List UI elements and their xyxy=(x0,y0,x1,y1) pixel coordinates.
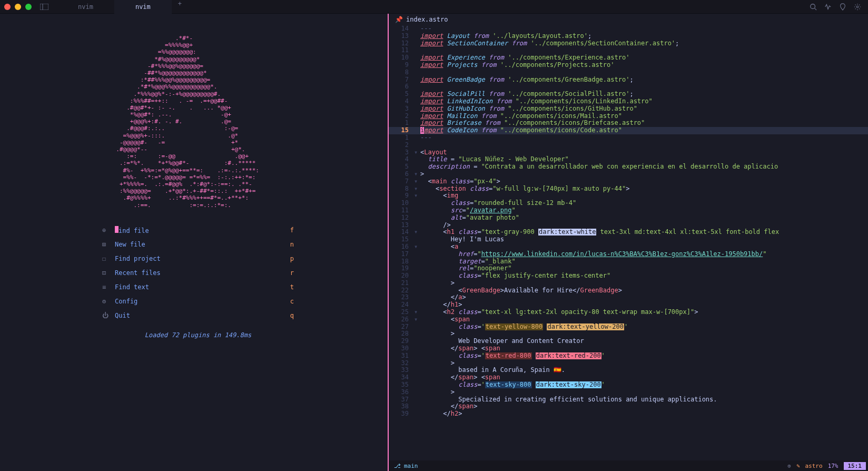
code-content[interactable]: import SectionContainer from '../compone… xyxy=(420,40,868,47)
activity-icon[interactable] xyxy=(824,3,832,11)
code-content[interactable]: class='text-yellow-800 dark:text-yellow-… xyxy=(420,323,868,331)
code-line[interactable]: 22 <GreenBadge>Available for Hire</Green… xyxy=(389,287,868,295)
maximize-window-button[interactable] xyxy=(25,4,32,10)
fold-marker[interactable] xyxy=(414,280,420,287)
code-content[interactable]: </a> xyxy=(420,294,868,301)
code-line[interactable]: 27 class='text-yellow-800 dark:text-yell… xyxy=(389,323,868,331)
code-content[interactable]: rel="noopener" xyxy=(420,265,868,272)
fold-marker[interactable] xyxy=(414,367,420,374)
code-line[interactable]: 9▾ <img xyxy=(389,192,868,200)
code-line[interactable]: 30 </span> <span xyxy=(389,345,868,352)
fold-marker[interactable] xyxy=(414,374,420,381)
code-line[interactable]: 8 xyxy=(389,69,868,76)
code-content[interactable]: /> xyxy=(420,222,868,229)
fold-marker[interactable] xyxy=(414,207,420,214)
fold-marker[interactable] xyxy=(414,142,420,149)
code-line[interactable]: 26▾ <span xyxy=(389,316,868,323)
code-content[interactable]: <main class="px-4"> xyxy=(420,178,868,185)
code-line[interactable]: 6 xyxy=(389,83,868,91)
code-line[interactable]: 15 Hey! I'm Lucas xyxy=(389,236,868,243)
code-content[interactable]: import LinkedInIcon from "../components/… xyxy=(420,98,868,105)
code-content[interactable] xyxy=(420,83,868,91)
fold-marker[interactable] xyxy=(414,410,420,418)
fold-marker[interactable] xyxy=(414,33,420,40)
search-icon[interactable] xyxy=(809,3,817,11)
code-content[interactable]: class="rounded-full size-12 mb-4" xyxy=(420,200,868,207)
fold-marker[interactable] xyxy=(414,338,420,345)
code-line[interactable]: 1 --- xyxy=(389,134,868,142)
fold-marker[interactable] xyxy=(414,258,420,266)
code-content[interactable]: </span> <span xyxy=(420,374,868,381)
menu-item-find-text[interactable]: ≡ Find text t xyxy=(98,280,298,295)
fold-marker[interactable] xyxy=(414,272,420,280)
code-content[interactable]: <Layout xyxy=(420,149,868,156)
code-content[interactable]: --- xyxy=(420,25,868,33)
tab-nvim-1[interactable]: nvim xyxy=(57,0,114,14)
code-content[interactable]: > xyxy=(420,280,868,287)
fold-marker[interactable] xyxy=(414,76,420,84)
fold-marker[interactable] xyxy=(414,222,420,229)
fold-marker[interactable] xyxy=(414,265,420,272)
code-content[interactable]: src="/avatar.png" xyxy=(420,207,868,214)
code-content[interactable]: import Layout from '../layouts/Layout.as… xyxy=(420,33,868,40)
code-line[interactable]: 16▾ <a xyxy=(389,243,868,251)
code-line[interactable]: 14▾ <h1 class="text-gray-900 dark:text-w… xyxy=(389,229,868,236)
code-content[interactable]: class='text-sky-800 dark:text-sky-200' xyxy=(420,381,868,389)
code-content[interactable]: title = "Lucas Núñez - Web Developer" xyxy=(420,156,868,163)
minimize-window-button[interactable] xyxy=(15,4,21,10)
code-line[interactable]: 36 > xyxy=(389,389,868,396)
code-line[interactable]: 5 description = "Contrata a un desarroll… xyxy=(389,163,868,171)
code-line[interactable]: 35 class='text-sky-800 dark:text-sky-200… xyxy=(389,381,868,389)
close-window-button[interactable] xyxy=(4,4,11,10)
dashboard-pane[interactable]: .*#*- =%%%%@@+ =%%@@@@@@@: *#%@@@@@@@@@*… xyxy=(0,14,389,471)
menu-item-find-project[interactable]: ☐ Find project p xyxy=(98,252,298,266)
code-content[interactable]: </h1> xyxy=(420,301,868,309)
fold-marker[interactable] xyxy=(414,163,420,171)
fold-marker[interactable] xyxy=(414,98,420,105)
fold-marker[interactable] xyxy=(414,352,420,360)
menu-item-recent-files[interactable]: ⊡ Recent files r xyxy=(98,266,298,280)
fold-marker[interactable] xyxy=(414,360,420,367)
fold-marker[interactable] xyxy=(414,214,420,222)
code-content[interactable]: alt="avatar photo" xyxy=(420,214,868,222)
code-content[interactable]: class="flex justify-center items-center" xyxy=(420,272,868,280)
code-content[interactable]: import GreenBadge from '../components/Gr… xyxy=(420,76,868,84)
sidebar-toggle-icon[interactable] xyxy=(40,4,48,10)
fold-marker[interactable] xyxy=(414,236,420,243)
menu-item-config[interactable]: ⚙ Config c xyxy=(98,295,298,309)
code-content[interactable]: Hey! I'm Lucas xyxy=(420,236,868,243)
code-line[interactable]: 19 rel="noopener" xyxy=(389,265,868,272)
code-content[interactable]: import Projects from '../components/Proj… xyxy=(420,62,868,69)
fold-marker[interactable]: ▾ xyxy=(414,309,420,316)
fold-marker[interactable]: ▾ xyxy=(414,192,420,200)
code-line[interactable]: 29 Web Developer and Content Creator xyxy=(389,338,868,345)
code-line[interactable]: 4 import LinkedInIcon from "../component… xyxy=(389,98,868,105)
code-content[interactable]: </h2> xyxy=(420,410,868,418)
code-line[interactable]: 15 import CodeIcon from "../components/i… xyxy=(389,127,868,134)
code-content[interactable]: class='text-red-800 dark:text-red-200' xyxy=(420,352,868,360)
code-line[interactable]: 20 class="flex justify-center items-cent… xyxy=(389,272,868,280)
fold-marker[interactable] xyxy=(414,47,420,54)
code-content[interactable]: <section class="w-full lg:w-[740px] mx-a… xyxy=(420,185,868,193)
fold-marker[interactable] xyxy=(414,113,420,120)
code-line[interactable]: 6▾> xyxy=(389,171,868,178)
fold-marker[interactable]: ▾ xyxy=(414,178,420,185)
menu-item-find-file[interactable]: ⊕ ind file f xyxy=(98,223,298,238)
fold-marker[interactable] xyxy=(414,200,420,207)
fold-marker[interactable] xyxy=(414,91,420,98)
fold-marker[interactable]: ▾ xyxy=(414,171,420,178)
code-line[interactable]: 31 class='text-red-800 dark:text-red-200… xyxy=(389,352,868,360)
fold-marker[interactable] xyxy=(414,251,420,258)
code-line[interactable]: 25▾ <h2 class="text-xl lg:text-2xl opaci… xyxy=(389,309,868,316)
code-content[interactable]: import Experience from '../components/Ex… xyxy=(420,54,868,62)
code-content[interactable]: import CodeIcon from "../components/icon… xyxy=(420,127,868,134)
code-line[interactable]: 12 alt="avatar photo" xyxy=(389,214,868,222)
code-line[interactable]: 24 </h1> xyxy=(389,301,868,309)
fold-marker[interactable]: ▾ xyxy=(414,149,420,156)
code-line[interactable]: 32 > xyxy=(389,360,868,367)
fold-marker[interactable] xyxy=(414,127,420,134)
code-content[interactable]: <img xyxy=(420,192,868,200)
code-line[interactable]: 34 </span> <span xyxy=(389,374,868,381)
code-line[interactable]: 28 > xyxy=(389,330,868,338)
fold-marker[interactable] xyxy=(414,294,420,301)
